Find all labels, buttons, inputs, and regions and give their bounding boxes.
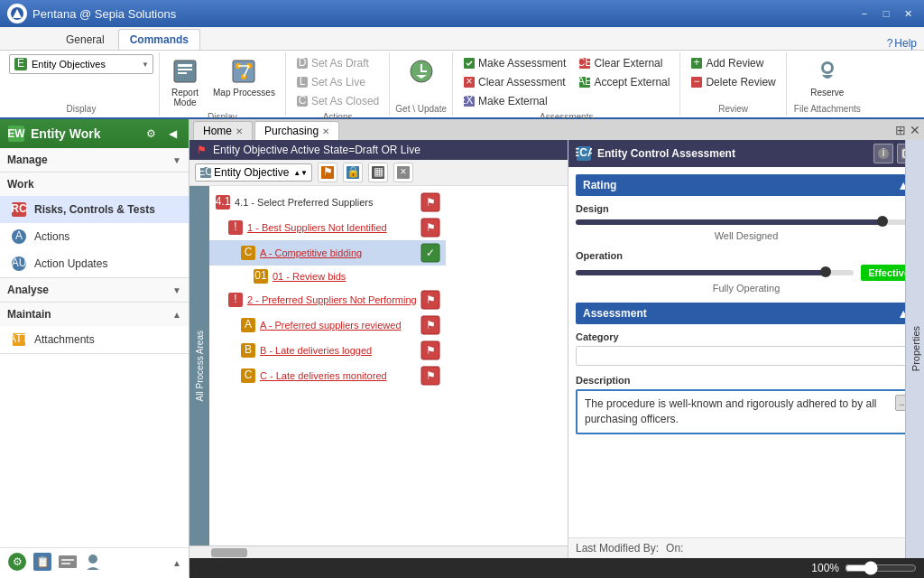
category-label: Category [576,331,917,342]
delete-review-button[interactable]: − Delete Review [686,73,780,91]
sidebar-section-manage-header[interactable]: Manage ▼ [0,148,189,172]
design-slider[interactable]: Well Designed [576,219,917,241]
right-panel-icon1[interactable]: i [873,144,893,163]
set-as-draft-button[interactable]: D Set As Draft [291,54,383,72]
make-external-button[interactable]: EXT Make External [458,92,570,110]
get-update-button[interactable] [402,54,441,90]
process-dropdown[interactable]: EO Entity Objective ▲▼ [195,163,312,182]
svg-text:!: ! [234,220,236,233]
minimize-button[interactable]: − [855,5,873,22]
process-item-4-1[interactable]: 4.1 4.1 - Select Preferred Suppliers ⚑ [209,190,446,215]
sidebar-section-work-header[interactable]: Work [0,172,189,196]
tab-commands[interactable]: Commands [118,29,200,50]
zoom-slider[interactable] [845,561,917,575]
content-restore-button[interactable]: ⊞ [895,123,906,137]
attachments-icon: ATT [11,331,27,348]
svg-text:⚑: ⚑ [425,344,435,357]
badge-B: ⚑ [420,315,440,335]
make-assessment-button[interactable]: Make Assessment [458,54,570,72]
properties-panel-tab[interactable]: Properties [905,140,924,558]
svg-text:▦: ▦ [374,165,383,178]
item-01-icon: 01 [253,268,269,284]
sidebar-item-action-updates[interactable]: AU Action Updates [0,250,189,277]
right-panel-header-icon: ECA [576,145,592,162]
right-panel-title: ECA Entity Control Assessment [576,145,735,162]
hscroll-thumb[interactable] [211,548,247,557]
map-processes-button[interactable]: Map Processes [208,54,280,100]
rating-section-header: Rating ▲ [576,174,917,196]
svg-text:C: C [245,368,253,381]
process-item-1[interactable]: ! 1 - Best Suppliers Not Identified ⚑ [209,215,446,240]
set-as-live-button[interactable]: L Set As Live [291,73,383,91]
sidebar-bottom-btn4[interactable] [83,552,103,574]
process-area-label: All Process Areas [189,186,209,545]
report-mode-button[interactable]: ReportMode [165,54,205,110]
process-tool-3[interactable]: ▦ [368,163,388,182]
tab-home-close[interactable]: ✕ [236,126,243,136]
sidebar-section-maintain: Maintain ▲ ATT Attachments [0,303,189,354]
process-item-A[interactable]: C A - Competitive bidding ✓ [209,240,446,266]
clear-assessment-button[interactable]: × Clear Assessment [458,73,570,91]
help-button[interactable]: ? Help [887,37,917,50]
sidebar-item-risks-controls[interactable]: RC Risks, Controls & Tests [0,196,189,223]
process-item-D[interactable]: C C - Late deliveries monitored ⚑ [209,363,446,388]
sidebar-section-maintain-header[interactable]: Maintain ▲ [0,303,189,326]
sidebar-section-analyse-header[interactable]: Analyse ▼ [0,278,189,302]
restore-button[interactable]: □ [877,5,895,22]
sidebar-item-actions[interactable]: A Actions [0,223,189,250]
process-tree-hscrollbar[interactable] [189,545,568,558]
operation-slider[interactable]: Effective Fully Operating [576,265,917,294]
sidebar-expand-button[interactable]: ▲ [172,558,181,568]
svg-text:!: ! [234,293,236,305]
process-tool-1[interactable]: ⚑ [318,163,337,182]
item-A-icon: C [240,245,256,261]
svg-point-53 [88,555,97,564]
entity-selector: E Entity Objectives ▼ [9,54,153,74]
sidebar-bottom-btn2[interactable]: 📋 [32,552,52,574]
content-close-button[interactable]: ✕ [910,123,920,137]
process-item-2[interactable]: ! 2 - Preferred Suppliers Not Performing… [209,287,446,312]
sidebar-collapse-button[interactable]: ◀ [163,125,181,143]
set-as-closed-button[interactable]: C Set As Closed [291,92,383,110]
description-box[interactable]: The procedure is well-known and rigorous… [576,389,917,434]
sidebar-settings-button[interactable]: ⚙ [142,125,160,143]
sidebar-bottom-btn1[interactable]: ⚙ [7,552,27,574]
badge-2: ⚑ [420,290,440,310]
sidebar-bottom-btn3[interactable] [58,552,78,574]
reserve-button[interactable]: Reserve [806,54,848,100]
sidebar-header-icons: ⚙ ◀ [142,125,181,143]
design-slider-thumb[interactable] [877,216,888,227]
tab-purchasing[interactable]: Purchasing ✕ [254,121,339,140]
description-text: The procedure is well-known and rigorous… [585,397,877,425]
svg-text:⚑: ⚑ [425,294,435,306]
operation-slider-thumb[interactable] [820,266,831,277]
design-status-label: Well Designed [576,230,917,241]
process-item-B[interactable]: A A - Preferred suppliers reviewed ⚑ [209,312,446,338]
category-field-group: Category [576,331,917,366]
entity-work-icon: EW [7,125,25,143]
tab-general[interactable]: General [54,29,116,50]
sidebar-bottom-icon3 [58,552,78,572]
process-tool-2[interactable]: 🔒 [343,163,363,182]
category-input[interactable] [576,346,917,366]
main-container: EW Entity Work ⚙ ◀ Manage ▼ Work [0,119,924,578]
tab-home[interactable]: Home ✕ [193,121,253,140]
process-items: 4.1 4.1 - Select Preferred Suppliers ⚑ [209,186,446,545]
entity-icon: E [14,57,28,71]
process-item-01[interactable]: 01 01 - Review bids [209,266,446,287]
badge-1: ⚑ [420,218,440,238]
accept-external-button[interactable]: AE Accept External [574,73,674,91]
svg-rect-7 [178,72,187,74]
process-tool-4[interactable]: × [393,163,413,182]
entity-objectives-dropdown[interactable]: E Entity Objectives ▼ [9,54,153,74]
process-item-C[interactable]: B B - Late deliveries logged ⚑ [209,338,446,363]
add-review-button[interactable]: + Add Review [686,54,780,72]
svg-text:EO: EO [199,166,212,178]
right-panel-header: ECA Entity Control Assessment i [568,140,924,167]
sidebar-bottom: ⚙ 📋 ▲ [0,547,189,578]
clear-external-button[interactable]: CE Clear External [574,54,674,72]
tab-purchasing-close[interactable]: ✕ [322,126,329,136]
svg-text:AE: AE [578,76,591,88]
close-button[interactable]: ✕ [899,5,917,22]
sidebar-item-attachments[interactable]: ATT Attachments [0,326,189,353]
